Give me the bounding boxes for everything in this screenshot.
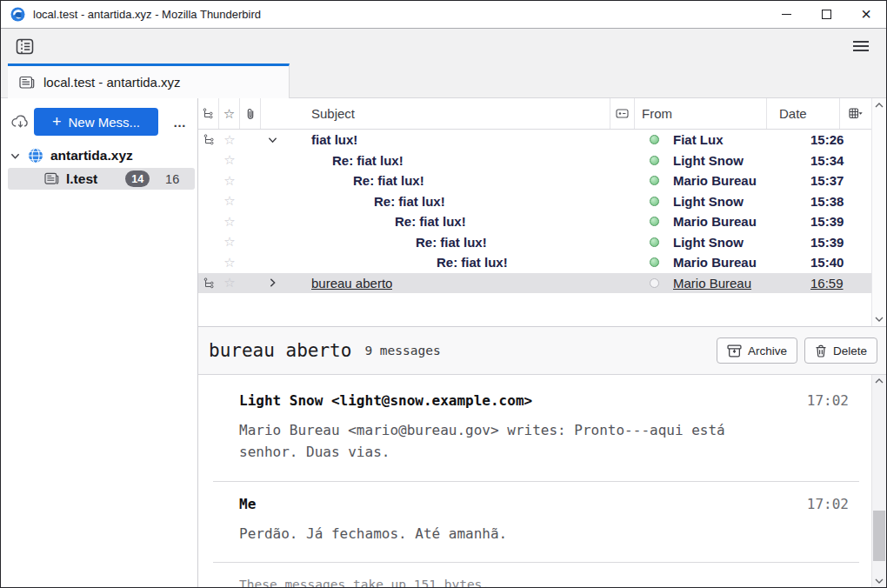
message-block: Light Snow <light@snow.example.com>17:02…: [213, 378, 859, 482]
date-column-header[interactable]: Date: [767, 98, 840, 129]
window-title: local.test - antartida.xyz - Mozilla Thu…: [33, 8, 261, 21]
date-cell: 15:39: [798, 211, 871, 232]
from-text: Mario Bureau: [666, 255, 757, 270]
star-icon[interactable]: ☆: [219, 232, 240, 253]
star-icon[interactable]: ☆: [219, 252, 240, 273]
thread-cell: [198, 170, 219, 191]
star-column-icon[interactable]: ☆: [219, 98, 240, 129]
message-thread-view: Light Snow <light@snow.example.com>17:02…: [198, 375, 871, 587]
scroll-up-icon: [875, 103, 884, 108]
message-header[interactable]: Me17:02: [239, 496, 849, 512]
status-dot: [650, 257, 659, 267]
get-messages-icon[interactable]: [6, 110, 34, 134]
star-glyph: ☆: [223, 255, 235, 271]
spaces-toolbar-toggle-icon[interactable]: [11, 34, 37, 58]
message-row[interactable]: ☆fiat lux!Fiat Lux15:26: [198, 130, 871, 150]
subject-text: Re: fiat lux!: [261, 194, 445, 209]
star-icon[interactable]: ☆: [219, 170, 240, 191]
maximize-button[interactable]: [806, 1, 846, 28]
message-row[interactable]: ☆Re: fiat lux!Mario Bureau15:39: [198, 211, 871, 232]
thread-cell: [198, 211, 219, 232]
unread-dot: [642, 211, 666, 232]
message-row[interactable]: ☆Re: fiat lux!Mario Bureau15:40: [198, 252, 871, 273]
subject-column-header[interactable]: Subject: [261, 98, 610, 129]
message-row[interactable]: ☆bureau abertoMario Bureau16:59: [198, 273, 871, 294]
scroll-up-icon: [875, 378, 884, 384]
date-text: 15:38: [798, 194, 844, 209]
twisty-expanded-icon[interactable]: [267, 134, 278, 145]
status-dot: [650, 176, 659, 185]
star-icon[interactable]: ☆: [219, 211, 240, 232]
unread-column-icon[interactable]: [610, 98, 635, 129]
message-row[interactable]: ☆Re: fiat lux!Light Snow15:34: [198, 150, 871, 171]
scrollbar-thumb[interactable]: [873, 511, 885, 561]
attachment-cell: [240, 232, 261, 253]
from-text: Light Snow: [666, 194, 744, 209]
message-row[interactable]: ☆Re: fiat lux!Mario Bureau15:37: [198, 170, 871, 191]
close-button[interactable]: ×: [846, 1, 886, 28]
date-cell: 15:26: [798, 130, 871, 150]
from-column-header[interactable]: From: [635, 98, 767, 129]
thread-icon: [198, 273, 219, 294]
from-text: Mario Bureau: [666, 214, 757, 229]
subject-cell: fiat lux!: [261, 130, 642, 150]
message-row[interactable]: ☆Re: fiat lux!Light Snow15:39: [198, 232, 871, 253]
column-picker-icon[interactable]: [840, 98, 871, 129]
subject-text: bureau aberto: [261, 276, 392, 291]
date-text: 15:37: [798, 173, 844, 188]
message-row[interactable]: ☆Re: fiat lux!Light Snow15:38: [198, 191, 871, 212]
subject-cell: bureau aberto: [261, 273, 642, 294]
message-sender: Light Snow <light@snow.example.com>: [239, 392, 532, 409]
from-cell: Fiat Lux: [666, 130, 798, 150]
folder-pane-options-icon[interactable]: …: [168, 113, 192, 131]
thread-message-count: 9 messages: [364, 344, 440, 357]
subject-cell: Re: fiat lux!: [261, 170, 642, 191]
star-icon[interactable]: ☆: [219, 273, 240, 294]
attachment-cell: [240, 252, 261, 273]
plus-icon: +: [52, 114, 62, 130]
new-message-label: New Mess...: [69, 115, 141, 130]
from-cell: Light Snow: [666, 150, 798, 171]
message-list-scrollbar[interactable]: [871, 98, 886, 326]
star-icon[interactable]: ☆: [219, 130, 240, 150]
minimize-button[interactable]: [766, 1, 806, 28]
from-text: Light Snow: [666, 153, 744, 168]
thread-cell: [198, 150, 219, 171]
message-header[interactable]: Light Snow <light@snow.example.com>17:02: [239, 392, 849, 409]
thread-size-note: These messages take up 151 bytes.: [213, 563, 871, 587]
tab-local-test[interactable]: local.test - antartida.xyz: [8, 63, 290, 98]
thread-cell: [198, 191, 219, 212]
message-time: 17:02: [798, 496, 849, 512]
from-cell: Mario Bureau: [666, 252, 798, 273]
status-dot: [650, 278, 659, 288]
tab-bar: local.test - antartida.xyz: [1, 63, 886, 98]
folder-row-ltest[interactable]: l.test 14 16: [8, 168, 195, 190]
delete-button[interactable]: Delete: [804, 337, 877, 364]
account-name: antartida.xyz: [50, 148, 133, 164]
date-cell: 15:34: [798, 150, 871, 171]
account-row-antartida[interactable]: antartida.xyz: [1, 144, 197, 167]
attachment-column-icon[interactable]: [240, 98, 261, 129]
new-message-button[interactable]: + New Mess...: [34, 108, 158, 136]
scroll-down-icon: [875, 578, 884, 584]
date-text: 15:39: [798, 235, 844, 250]
date-cell: 15:38: [798, 191, 871, 212]
twisty-collapsed-icon[interactable]: [267, 277, 278, 289]
subject-cell: Re: fiat lux!: [261, 191, 642, 212]
app-menu-icon[interactable]: [850, 36, 872, 57]
date-text: 15:34: [798, 153, 844, 168]
thread-column-icon[interactable]: [198, 98, 219, 129]
thread-title: bureau aberto: [209, 340, 351, 361]
from-text: Fiat Lux: [666, 132, 724, 147]
scroll-down-icon: [875, 317, 884, 322]
star-glyph: ☆: [223, 152, 235, 168]
thread-cell: [198, 232, 219, 253]
star-icon[interactable]: ☆: [219, 191, 240, 212]
tab-label: local.test - antartida.xyz: [43, 75, 181, 90]
chevron-down-icon[interactable]: [10, 150, 21, 162]
thread-icon: [198, 130, 219, 150]
star-icon[interactable]: ☆: [219, 150, 240, 171]
newspaper-icon: [19, 76, 35, 90]
message-pane-scrollbar[interactable]: [871, 375, 886, 587]
archive-button[interactable]: Archive: [717, 337, 797, 364]
